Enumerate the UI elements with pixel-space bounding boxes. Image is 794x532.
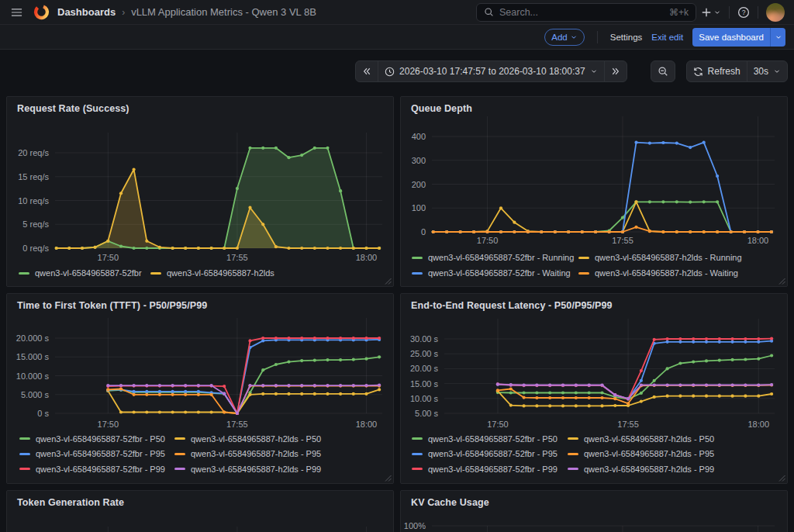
legend-series-label: qwen3-vl-6584965887-h2lds - P50 bbox=[584, 434, 714, 444]
panel-queue-depth: Queue Depth 010020030040017:5017:5518:00… bbox=[400, 96, 788, 287]
panel-legend: qwen3-vl-6584965887-52fbrqwen3-vl-658496… bbox=[7, 265, 390, 281]
panel-ttft: Time to First Token (TTFT) - P50/P95/P99… bbox=[6, 293, 394, 484]
refresh-interval-button[interactable]: 30s bbox=[747, 60, 788, 82]
refresh-interval-label: 30s bbox=[754, 66, 768, 77]
menu-toggle-button[interactable] bbox=[6, 2, 27, 23]
svg-text:0 s: 0 s bbox=[37, 409, 49, 418]
panel-legend: qwen3-vl-6584965887-52fbr - Runningqwen3… bbox=[401, 250, 784, 281]
svg-text:17:50: 17:50 bbox=[487, 420, 509, 429]
chevron-down-icon bbox=[713, 9, 721, 16]
legend-series-dash bbox=[412, 272, 423, 275]
legend-series-dash bbox=[19, 468, 30, 470]
legend-series-dash bbox=[568, 453, 578, 455]
panel-resize-handle[interactable] bbox=[385, 475, 392, 482]
time-range-picker[interactable]: 2026-03-10 17:47:57 to 2026-03-10 18:00:… bbox=[378, 60, 605, 82]
search-shortcut: ⌘+k bbox=[669, 7, 689, 18]
breadcrumb-dashboards[interactable]: Dashboards bbox=[57, 6, 116, 18]
svg-text:200: 200 bbox=[412, 180, 426, 189]
legend-series-dash bbox=[174, 453, 185, 455]
legend-series-dash bbox=[412, 437, 423, 440]
svg-text:300: 300 bbox=[412, 156, 426, 165]
panel-e2e-latency: End-to-End Request Latency - P50/P95/P99… bbox=[400, 293, 788, 484]
svg-text:20.000 s: 20.000 s bbox=[16, 333, 50, 343]
panel-resize-handle[interactable] bbox=[778, 475, 785, 482]
legend-item[interactable]: qwen3-vl-6584965887-h2lds - P95 bbox=[568, 447, 784, 462]
legend-series-label: qwen3-vl-6584965887-h2lds - Waiting bbox=[595, 268, 738, 278]
svg-text:18:00: 18:00 bbox=[356, 253, 378, 262]
legend-series-dash bbox=[578, 257, 589, 259]
grafana-logo[interactable] bbox=[33, 4, 50, 20]
legend-item[interactable]: qwen3-vl-6584965887-h2lds - P50 bbox=[174, 431, 390, 447]
panel-legend: qwen3-vl-6584965887-52fbr - P50qwen3-vl-… bbox=[7, 431, 390, 477]
legend-item[interactable]: qwen3-vl-6584965887-h2lds - Waiting bbox=[578, 265, 784, 281]
legend-series-label: qwen3-vl-6584965887-52fbr - P50 bbox=[428, 434, 558, 444]
legend-series-label: qwen3-vl-6584965887-52fbr bbox=[35, 268, 142, 278]
legend-item[interactable]: qwen3-vl-6584965887-52fbr - Running bbox=[412, 250, 578, 265]
legend-series-label: qwen3-vl-6584965887-52fbr - P99 bbox=[36, 465, 165, 474]
legend-item[interactable]: qwen3-vl-6584965887-52fbr - P50 bbox=[19, 431, 174, 447]
legend-series-label: qwen3-vl-6584965887-52fbr - P50 bbox=[36, 434, 165, 444]
zoom-out-icon bbox=[658, 66, 668, 77]
add-panel-button[interactable]: Add bbox=[544, 29, 584, 46]
legend-series-label: qwen3-vl-6584965887-h2lds bbox=[167, 268, 274, 278]
edit-toolbar: Add Settings Exit edit Save dashboard bbox=[0, 25, 794, 50]
exit-edit-button[interactable]: Exit edit bbox=[651, 33, 683, 42]
legend-series-dash bbox=[568, 468, 578, 470]
legend-item[interactable]: qwen3-vl-6584965887-52fbr bbox=[19, 265, 150, 281]
legend-item[interactable]: qwen3-vl-6584965887-52fbr - P95 bbox=[412, 447, 568, 462]
refresh-label: Refresh bbox=[708, 66, 740, 77]
panel-legend: qwen3-vl-6584965887-52fbr - P50qwen3-vl-… bbox=[401, 431, 784, 477]
top-bar: Dashboards › vLLM Application Metrics - … bbox=[0, 0, 794, 25]
svg-text:15.000 s: 15.000 s bbox=[16, 352, 50, 361]
save-dashboard-menu-button[interactable] bbox=[770, 28, 785, 47]
legend-series-label: qwen3-vl-6584965887-52fbr - P99 bbox=[428, 465, 558, 474]
legend-item[interactable]: qwen3-vl-6584965887-h2lds - Running bbox=[578, 250, 784, 265]
time-shift-forward-button[interactable] bbox=[604, 60, 627, 82]
kv-cache-chart: 100% bbox=[401, 491, 787, 532]
legend-item[interactable]: qwen3-vl-6584965887-h2lds - P99 bbox=[174, 461, 390, 477]
legend-series-dash bbox=[174, 437, 185, 440]
save-dashboard-button[interactable]: Save dashboard bbox=[692, 28, 770, 47]
svg-text:18:00: 18:00 bbox=[356, 420, 378, 429]
double-chevron-left-icon bbox=[362, 67, 371, 76]
panel-resize-handle[interactable] bbox=[778, 278, 785, 285]
topbar-actions: ⌘+k ? bbox=[476, 2, 788, 23]
legend-item[interactable]: qwen3-vl-6584965887-52fbr - Waiting bbox=[412, 265, 578, 281]
help-icon: ? bbox=[737, 6, 750, 19]
search-input[interactable] bbox=[499, 7, 664, 18]
token-generation-chart bbox=[7, 491, 393, 532]
legend-item[interactable]: qwen3-vl-6584965887-h2lds - P95 bbox=[174, 447, 390, 462]
svg-text:17:50: 17:50 bbox=[98, 253, 119, 262]
search-icon bbox=[484, 7, 494, 17]
legend-series-label: qwen3-vl-6584965887-52fbr - Running bbox=[428, 253, 574, 262]
panel-resize-handle[interactable] bbox=[385, 278, 392, 285]
legend-item[interactable]: qwen3-vl-6584965887-52fbr - P99 bbox=[412, 461, 568, 477]
legend-item[interactable]: qwen3-vl-6584965887-52fbr - P99 bbox=[19, 461, 174, 477]
legend-item[interactable]: qwen3-vl-6584965887-52fbr - P50 bbox=[412, 431, 568, 447]
legend-series-label: qwen3-vl-6584965887-52fbr - Waiting bbox=[428, 268, 571, 278]
request-rate-chart: 0 req/s5 req/s10 req/s15 req/s20 req/s17… bbox=[7, 97, 393, 286]
legend-series-label: qwen3-vl-6584965887-h2lds - Running bbox=[595, 253, 742, 262]
legend-item[interactable]: qwen3-vl-6584965887-h2lds bbox=[150, 265, 390, 281]
chevron-down-icon bbox=[775, 33, 782, 41]
legend-series-dash bbox=[412, 468, 423, 470]
panel-token-generation-rate: Token Generation Rate bbox=[6, 490, 394, 532]
help-button[interactable]: ? bbox=[733, 2, 754, 23]
refresh-button[interactable]: Refresh bbox=[686, 60, 747, 82]
legend-item[interactable]: qwen3-vl-6584965887-52fbr - P95 bbox=[19, 447, 174, 462]
svg-text:30.00 s: 30.00 s bbox=[410, 334, 439, 344]
svg-text:17:50: 17:50 bbox=[98, 420, 119, 429]
svg-text:17:55: 17:55 bbox=[617, 420, 639, 429]
add-menu-button[interactable] bbox=[696, 2, 726, 23]
time-shift-back-button[interactable] bbox=[355, 60, 378, 82]
legend-item[interactable]: qwen3-vl-6584965887-h2lds - P99 bbox=[568, 461, 784, 477]
settings-button[interactable]: Settings bbox=[610, 33, 643, 42]
zoom-out-button[interactable] bbox=[651, 60, 675, 82]
chevron-down-icon bbox=[773, 67, 781, 75]
panel-request-rate: Request Rate (Success) 0 req/s5 req/s10 … bbox=[6, 96, 394, 287]
legend-series-dash bbox=[568, 437, 578, 440]
user-avatar[interactable] bbox=[766, 3, 785, 22]
search-box[interactable]: ⌘+k bbox=[476, 3, 696, 22]
legend-series-label: qwen3-vl-6584965887-52fbr - P95 bbox=[428, 449, 558, 458]
legend-item[interactable]: qwen3-vl-6584965887-h2lds - P50 bbox=[568, 431, 784, 447]
